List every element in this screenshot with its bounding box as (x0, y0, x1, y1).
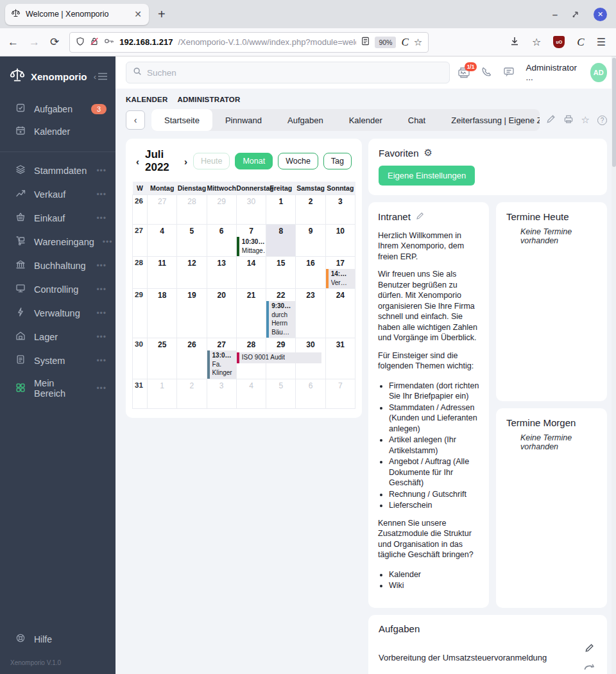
extensions-star-icon[interactable]: ☆ (532, 36, 541, 48)
reader-view-icon[interactable] (361, 37, 370, 48)
calendar-day-cell[interactable]: 4 (148, 225, 177, 257)
sidebar-item-wareneingang[interactable]: Wareneingang••• (0, 230, 116, 254)
module-menu-dots-icon[interactable]: ••• (96, 214, 107, 223)
calendar-day-cell[interactable]: 3 (207, 379, 236, 408)
calendar-day-cell[interactable]: 20 (207, 289, 236, 338)
calendar-event[interactable]: 13:0…Fa.Klinger (207, 350, 236, 379)
calendar-day-cell[interactable]: 28 (177, 195, 207, 225)
calendar-day-cell[interactable]: 24 (325, 289, 355, 338)
downloads-icon[interactable] (509, 36, 520, 49)
module-menu-dots-icon[interactable]: ••• (96, 285, 107, 294)
sidebar-item-kalender[interactable]: Kalender (0, 120, 116, 143)
calendar-day-cell[interactable]: 13 (207, 257, 236, 289)
calendar-day-cell[interactable]: 4 (236, 379, 266, 408)
edit-pencil-icon[interactable] (585, 643, 594, 655)
calendar-day-cell[interactable]: 27 (148, 195, 177, 225)
avatar[interactable]: AD (590, 63, 607, 82)
sidebar-item-meinbereich[interactable]: Mein Bereich••• (0, 372, 116, 404)
scrollbar-track[interactable] (612, 56, 616, 674)
module-menu-dots-icon[interactable]: ••• (103, 238, 113, 246)
sidebar-item-verwaltung[interactable]: Verwaltung••• (0, 301, 116, 325)
calendar-prev-icon[interactable]: ‹ (136, 156, 139, 167)
calendar-day-cell[interactable]: 1 (148, 379, 177, 408)
menu-hamburger-icon[interactable]: ☰ (597, 36, 606, 48)
day-view-button[interactable]: Tag (323, 153, 352, 169)
favorite-star-icon[interactable]: ☆ (581, 114, 590, 126)
search-box[interactable] (126, 62, 450, 83)
calendar-day-cell[interactable]: 15 (266, 257, 296, 289)
module-menu-dots-icon[interactable]: ••• (96, 190, 107, 199)
sidebar-item-lager[interactable]: Lager••• (0, 325, 116, 349)
calendar-day-cell[interactable]: 710:30…Mittage… (236, 225, 266, 257)
fax-notifications-icon[interactable]: 1/1 (458, 67, 470, 78)
sidebar-item-system[interactable]: System••• (0, 349, 116, 372)
sidebar-item-verkauf[interactable]: Verkauf••• (0, 182, 116, 206)
sidebar-item-aufgaben[interactable]: Aufgaben 3 (0, 98, 116, 120)
calendar-day-cell[interactable]: 28ISO 9001 Audit (236, 338, 266, 379)
calendar-event[interactable]: ISO 9001 Audit (237, 352, 321, 363)
new-tab-button[interactable]: + (158, 7, 166, 22)
calendar-day-cell[interactable]: 11 (148, 257, 177, 289)
forward-icon[interactable]: → (29, 36, 40, 49)
module-menu-dots-icon[interactable]: ••• (96, 309, 107, 318)
insecure-lock-icon[interactable] (90, 37, 99, 48)
calendar-day-cell[interactable]: 229:30…durchHerrnBäu… (266, 289, 296, 338)
chat-bubble-icon[interactable] (503, 66, 515, 80)
calendar-day-cell[interactable]: 14 (236, 257, 266, 289)
calendar-day-cell[interactable]: 19 (177, 289, 207, 338)
calendar-day-cell[interactable]: 21 (236, 289, 266, 338)
sidebar-item-einkauf[interactable]: Einkauf••• (0, 206, 116, 230)
calendar-day-cell[interactable]: 2 (177, 379, 207, 408)
reload-icon[interactable]: ⟳ (50, 35, 59, 49)
tab-zeiterfassung-eigene-zeiterfa[interactable]: Zeiterfassung | Eigene Zeiterfa (438, 109, 539, 131)
help-icon[interactable]: ? (597, 116, 607, 125)
calendar-day-cell[interactable]: 5 (177, 225, 207, 257)
sidebar-item-stammdaten[interactable]: Stammdaten••• (0, 159, 116, 182)
window-minimize-button[interactable]: – (552, 9, 558, 20)
tab-close-icon[interactable]: ✕ (133, 9, 143, 19)
calendar-day-cell[interactable]: 10 (325, 225, 355, 257)
module-menu-dots-icon[interactable]: ••• (96, 384, 107, 393)
calendar-day-cell[interactable]: 1 (266, 195, 296, 225)
browser-tab[interactable]: Welcome | Xenomporio ✕ (5, 4, 149, 25)
calendar-day-cell[interactable]: 12 (177, 257, 207, 289)
calendar-day-cell[interactable]: 2713:0…Fa.Klinger (207, 338, 236, 379)
calendar-day-cell[interactable]: 2 (296, 195, 325, 225)
sidebar-item-buchhaltung[interactable]: Buchhaltung••• (0, 254, 116, 277)
gear-icon[interactable]: ⚙ (424, 147, 432, 159)
calendar-day-cell[interactable]: 9 (296, 225, 325, 257)
calendar-day-cell[interactable]: 5 (266, 379, 296, 408)
back-icon[interactable]: ← (8, 36, 19, 49)
edit-pencil-icon[interactable] (546, 114, 556, 126)
phone-icon[interactable] (481, 66, 492, 80)
sidebar-item-hilfe[interactable]: Hilfe (0, 628, 116, 650)
module-menu-dots-icon[interactable]: ••• (96, 261, 107, 270)
calendar-day-cell[interactable]: 29 (207, 195, 236, 225)
calendar-day-cell[interactable]: 25 (148, 338, 177, 379)
extension-c-icon[interactable]: C (577, 36, 584, 49)
calendar-day-cell[interactable]: 6 (296, 379, 325, 408)
search-input[interactable] (147, 68, 443, 78)
calendar-day-cell[interactable]: 23 (296, 289, 325, 338)
today-button[interactable]: Heute (193, 153, 230, 169)
module-menu-dots-icon[interactable]: ••• (96, 166, 107, 175)
own-settings-button[interactable]: Eigene Einstellungen (379, 166, 475, 186)
calendar-day-cell[interactable]: 18 (148, 289, 177, 338)
current-user-label[interactable]: Administrator ... (526, 63, 579, 82)
container-c-icon[interactable]: C (401, 36, 408, 49)
module-menu-dots-icon[interactable]: ••• (96, 333, 107, 341)
tab-startseite[interactable]: Startseite (151, 109, 212, 131)
calendar-day-cell[interactable]: 30 (236, 195, 266, 225)
week-view-button[interactable]: Woche (278, 153, 318, 169)
zoom-level-badge[interactable]: 90% (375, 37, 396, 48)
print-icon[interactable] (563, 114, 574, 126)
window-restore-button[interactable] (572, 10, 579, 18)
calendar-day-cell[interactable]: 31 (325, 338, 355, 379)
calendar-day-cell[interactable]: 6 (207, 225, 236, 257)
tabs-back-button[interactable]: ‹ (126, 110, 145, 130)
ublock-shield-icon[interactable]: uO (553, 36, 565, 48)
calendar-next-icon[interactable]: › (184, 156, 187, 167)
calendar-event[interactable]: 10:30…Mittage… (237, 237, 266, 256)
edit-pencil-icon[interactable] (416, 211, 424, 223)
month-view-button[interactable]: Monat (235, 153, 273, 169)
